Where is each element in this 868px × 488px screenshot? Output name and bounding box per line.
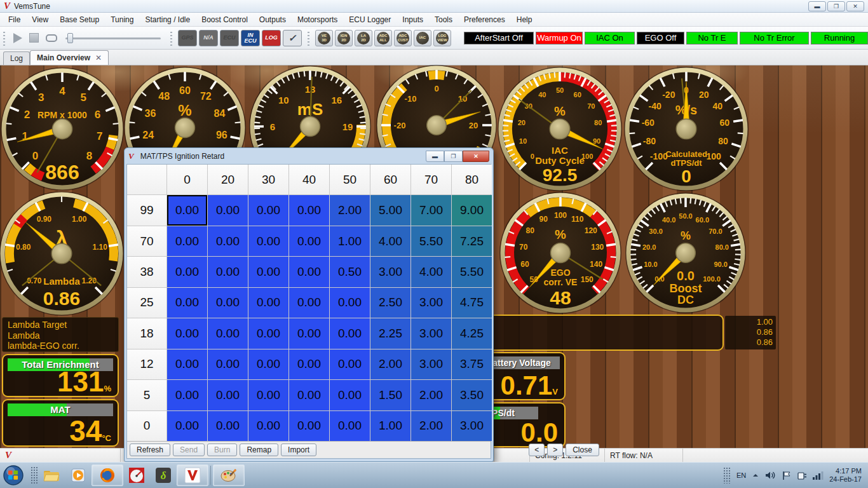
table-cell[interactable]: 0.00 [248,257,288,287]
row-header-70: 70 [127,226,166,256]
table-cell[interactable]: 0.00 [248,226,288,256]
table-cell[interactable]: 0.00 [208,195,248,225]
table-cell[interactable]: 0.00 [289,288,329,318]
dialog-minimize-button[interactable]: ▬ [426,151,444,162]
taskbar-s-logo-button[interactable]: δ [150,464,177,486]
row-header-0: 0 [127,411,166,441]
table-cell[interactable]: 0.00 [248,411,288,441]
table-cell[interactable]: 0.00 [208,411,248,441]
taskbar-firefox-button[interactable] [92,464,123,486]
tray-clock[interactable]: 4:17 PM 24-Feb-17 [829,467,862,484]
table-cell[interactable]: 0.00 [330,411,370,441]
remap-button[interactable]: Remap [240,444,278,456]
taskbar-vemstune-button[interactable] [177,464,208,486]
dialog-close-button[interactable]: ✕ [463,151,489,162]
table-cell[interactable]: 0.00 [167,226,207,256]
table-cell[interactable]: 2.00 [370,349,410,379]
table-cell[interactable]: 3.00 [452,411,492,441]
table-cell[interactable]: 3.00 [411,288,451,318]
table-cell[interactable]: 2.00 [330,195,370,225]
prev-table-button[interactable]: < [529,444,545,456]
table-cell[interactable]: 3.50 [452,380,492,410]
signal-strength-icon[interactable] [813,471,824,480]
table-cell[interactable]: 0.00 [167,195,207,225]
table-cell[interactable]: 1.00 [370,411,410,441]
network-plug-icon[interactable] [797,471,807,480]
gauge-tick-label: 50.0 [679,212,692,220]
table-cell[interactable]: 0.00 [289,349,329,379]
table-cell[interactable]: 7.00 [411,195,451,225]
table-cell[interactable]: 1.00 [330,226,370,256]
tray-language[interactable]: EN [736,471,746,479]
table-cell[interactable]: 5.50 [411,226,451,256]
table-cell[interactable]: 5.50 [452,257,492,287]
table-cell[interactable]: 2.00 [411,380,451,410]
gauge-tick-label: 130 [591,243,604,252]
dialog-titlebar[interactable]: V MAT/TPS Ignition Retard ▬ ❐ ✕ [126,148,491,164]
table-cell[interactable]: 3.00 [370,257,410,287]
table-cell[interactable]: 4.75 [452,288,492,318]
ignition-retard-table: 020304050607080990.000.000.000.002.005.0… [127,165,491,442]
table-cell[interactable]: 0.00 [289,195,329,225]
table-cell[interactable]: 3.00 [411,349,451,379]
start-button[interactable] [0,464,27,486]
table-cell[interactable]: 0.00 [208,257,248,287]
table-cell[interactable]: 0.00 [248,349,288,379]
table-cell[interactable]: 9.00 [452,195,492,225]
table-cell[interactable]: 0.00 [167,380,207,410]
table-cell[interactable]: 3.75 [452,349,492,379]
table-cell[interactable]: 0.50 [330,257,370,287]
dialog-maximize-button[interactable]: ❐ [444,151,463,162]
table-cell[interactable]: 0.00 [289,380,329,410]
tray-expand-icon[interactable] [752,473,759,478]
table-cell[interactable]: 0.00 [330,349,370,379]
gauge-tick-label: 60 [574,91,581,98]
table-cell[interactable]: 0.00 [208,380,248,410]
gauge-tick-label: 120 [585,226,597,235]
table-cell[interactable]: 4.00 [411,257,451,287]
table-cell[interactable]: 2.25 [370,318,410,348]
taskbar-media-player-button[interactable] [65,464,92,486]
close-button[interactable]: Close [566,444,599,456]
refresh-button[interactable]: Refresh [130,444,170,456]
table-cell[interactable]: 4.25 [452,318,492,348]
gauge-tick-label: 100 [706,151,721,161]
taskbar-explorer-button[interactable] [38,464,65,486]
volume-icon[interactable] [765,471,776,480]
table-cell[interactable]: 0.00 [289,318,329,348]
table-cell[interactable]: 0.00 [208,226,248,256]
table-cell[interactable]: 0.00 [289,257,329,287]
taskbar-gauge-app-button[interactable] [123,464,150,486]
table-cell[interactable]: 0.00 [248,318,288,348]
table-cell[interactable]: 0.00 [248,288,288,318]
table-cell[interactable]: 5.00 [370,195,410,225]
table-cell[interactable]: 0.00 [289,226,329,256]
table-cell[interactable]: 0.00 [248,380,288,410]
table-cell[interactable]: 0.00 [248,195,288,225]
table-cell[interactable]: 1.50 [370,380,410,410]
table-cell[interactable]: 3.00 [411,318,451,348]
import-button[interactable]: Import [281,444,316,456]
table-cell[interactable]: 0.00 [330,380,370,410]
table-cell[interactable]: 0.00 [330,318,370,348]
table-cell[interactable]: 0.00 [167,318,207,348]
table-cell[interactable]: 2.50 [370,288,410,318]
start-orb-icon [3,464,24,486]
table-cell[interactable]: 0.00 [167,411,207,441]
table-cell[interactable]: 0.00 [208,288,248,318]
table-cell[interactable]: 0.00 [289,411,329,441]
table-cell[interactable]: 7.25 [452,226,492,256]
action-center-flag-icon[interactable] [782,471,791,480]
table-cell[interactable]: 0.00 [167,288,207,318]
gauge-tick-label: 60 [179,85,191,96]
table-cell[interactable]: 4.00 [370,226,410,256]
next-table-button[interactable]: > [547,444,563,456]
taskbar-paint-button[interactable] [213,464,245,486]
table-cell[interactable]: 0.00 [208,318,248,348]
table-cell[interactable]: 2.00 [411,411,451,441]
table-cell[interactable]: 0.00 [167,257,207,287]
gauge-text: 0.0 [677,269,695,283]
table-cell[interactable]: 0.00 [167,349,207,379]
table-cell[interactable]: 0.00 [330,288,370,318]
table-cell[interactable]: 0.00 [208,349,248,379]
